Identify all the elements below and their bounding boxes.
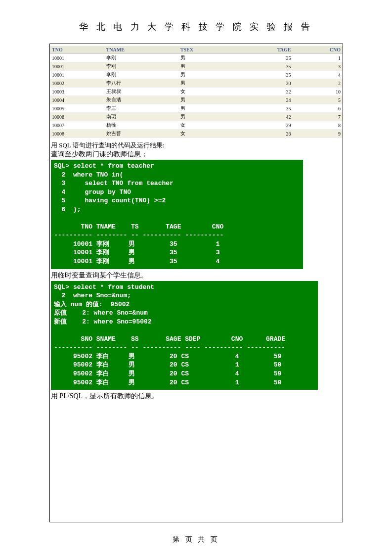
cell-cno: 5	[293, 96, 343, 104]
cell-tsex: 男	[178, 79, 234, 88]
th-tage: TAGE	[234, 46, 293, 54]
cell-tno: 10001	[50, 71, 104, 79]
table-row: 10003王叔叔女3210	[50, 88, 343, 96]
cell-cno: 8	[293, 121, 343, 130]
cell-cno: 3	[293, 62, 343, 71]
terminal-output-1: SQL> select * from teacher 2 where TNO i…	[51, 160, 303, 269]
cell-tsex: 男	[178, 62, 234, 71]
cell-tname: 朱自清	[104, 96, 178, 104]
cell-tsex: 女	[178, 130, 234, 138]
cell-tno: 10003	[50, 88, 104, 96]
cell-tage: 35	[234, 71, 293, 79]
page-title: 华 北 电 力 大 学 科 技 学 院 实 验 报 告	[0, 0, 392, 33]
table-row: 10001李刚男353	[50, 62, 343, 71]
cell-tno: 10001	[50, 62, 104, 71]
query3-heading: 用 PL/SQL，显示所有教师的信息。	[50, 390, 343, 402]
cell-cno: 4	[293, 71, 343, 79]
cell-tage: 35	[234, 104, 293, 113]
cell-cno: 6	[293, 104, 343, 113]
cell-tname: 姚吉普	[104, 130, 178, 138]
cell-tage: 32	[234, 88, 293, 96]
th-cno: CNO	[293, 46, 343, 54]
query3-text: 用 PL/SQL，显示所有教师的信息。	[51, 392, 159, 400]
cell-tno: 10007	[50, 121, 104, 130]
th-tname: TNAME	[104, 46, 178, 54]
terminal-output-2: SQL> select * from student 2 where Sno=&…	[51, 281, 318, 390]
cell-tage: 35	[234, 54, 293, 62]
cell-tno: 10002	[50, 79, 104, 88]
cell-tsex: 男	[178, 104, 234, 113]
cell-tage: 26	[234, 130, 293, 138]
cell-tage: 29	[234, 121, 293, 130]
cell-tno: 10001	[50, 54, 104, 62]
cell-cno: 9	[293, 130, 343, 138]
content-frame: TNO TNAME TSEX TAGE CNO 10001李刚男35110001…	[49, 44, 343, 522]
cell-cno: 2	[293, 79, 343, 88]
cell-cno: 1	[293, 54, 343, 62]
cell-tno: 10005	[50, 104, 104, 113]
teacher-table: TNO TNAME TSEX TAGE CNO 10001李刚男35110001…	[50, 46, 343, 138]
th-tsex: TSEX	[178, 46, 234, 54]
cell-tsex: 女	[178, 88, 234, 96]
cell-tname: 李刚	[104, 54, 178, 62]
cell-tsex: 男	[178, 71, 234, 79]
cell-tname: 李刚	[104, 71, 178, 79]
cell-cno: 7	[293, 113, 343, 121]
cell-tsex: 男	[178, 96, 234, 104]
table-row: 10001李刚男351	[50, 54, 343, 62]
table-row: 10004朱自清男345	[50, 96, 343, 104]
cell-tno: 10008	[50, 130, 104, 138]
cell-cno: 10	[293, 88, 343, 96]
cell-tname: 杨薇	[104, 121, 178, 130]
query1-heading: 查询至少教两门课的教师信息；	[50, 150, 343, 160]
table-row: 10005李三男356	[50, 104, 343, 113]
cell-tsex: 男	[178, 113, 234, 121]
teacher-table-body: 10001李刚男35110001李刚男35310001李刚男35410002李八…	[50, 54, 343, 138]
cell-tname: 李三	[104, 104, 178, 113]
cell-tage: 42	[234, 113, 293, 121]
page-footer: 第 页 共 页	[0, 535, 392, 544]
table-row: 10001李刚男354	[50, 71, 343, 79]
cell-tsex: 女	[178, 121, 234, 130]
cell-tname: 王叔叔	[104, 88, 178, 96]
table-row: 10007杨薇女298	[50, 121, 343, 130]
table-row: 10002李八行男302	[50, 79, 343, 88]
table-row: 10008姚吉普女269	[50, 130, 343, 138]
cell-tname: 李刚	[104, 62, 178, 71]
th-tno: TNO	[50, 46, 104, 54]
query2-heading: 用临时变量查询某个学生信息。	[50, 269, 343, 281]
cell-tsex: 男	[178, 54, 234, 62]
cell-tage: 35	[234, 62, 293, 71]
cell-tname: 南珺	[104, 113, 178, 121]
cell-tno: 10006	[50, 113, 104, 121]
cell-tage: 30	[234, 79, 293, 88]
table-row: 10006南珺男427	[50, 113, 343, 121]
cell-tname: 李八行	[104, 79, 178, 88]
cell-tno: 10004	[50, 96, 104, 104]
intro-text: 用 SQL 语句进行查询的代码及运行结果:	[50, 138, 343, 150]
cell-tage: 34	[234, 96, 293, 104]
